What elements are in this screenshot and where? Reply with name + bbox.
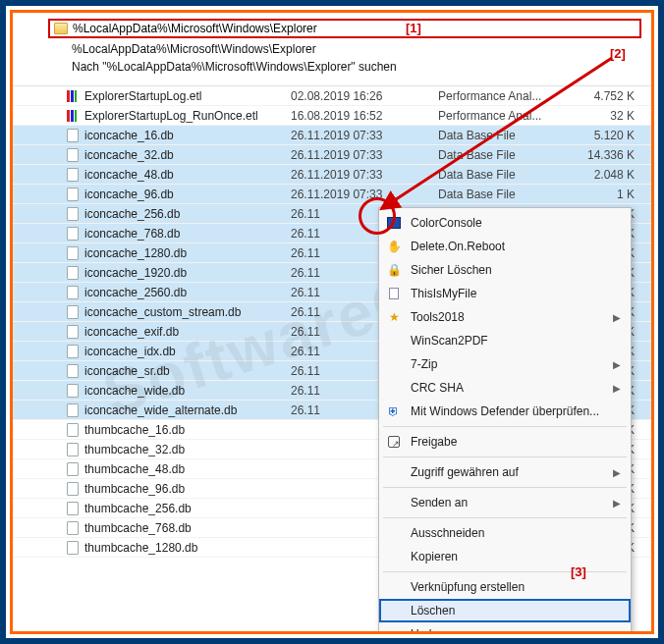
hand-icon: ✋ — [385, 239, 403, 254]
file-name: thumbcache_96.db — [84, 482, 291, 496]
file-name: iconcache_256.db — [84, 207, 291, 221]
lock-icon: 🔒 — [385, 262, 403, 278]
context-item[interactable]: Verknüpfung erstellen — [379, 575, 631, 599]
context-label: WinScan2PDF — [411, 334, 621, 348]
db-icon — [66, 521, 80, 535]
context-item[interactable]: Umbenennen — [379, 622, 631, 634]
context-label: Ausschneiden — [411, 526, 621, 540]
context-item[interactable]: Zugriff gewähren auf▶ — [379, 460, 631, 484]
context-label: CRC SHA — [411, 381, 613, 395]
context-label: Zugriff gewähren auf — [411, 465, 613, 479]
context-item[interactable]: ✋Delete.On.Reboot — [379, 235, 631, 258]
context-item[interactable]: Ausschneiden — [379, 521, 631, 545]
context-item[interactable]: Löschen — [379, 599, 631, 622]
db-icon — [66, 286, 80, 299]
db-icon — [66, 384, 80, 398]
file-name: iconcache_custom_stream.db — [84, 305, 291, 319]
context-item[interactable]: CRC SHA▶ — [379, 376, 631, 400]
address-path[interactable]: %LocalAppData%\Microsoft\Windows\Explore… — [73, 22, 636, 35]
blank-icon — [385, 495, 403, 510]
context-separator — [383, 426, 627, 427]
db-icon — [66, 345, 80, 358]
db-icon — [66, 207, 80, 221]
file-name: iconcache_32.db — [84, 148, 291, 162]
arrow-indicator — [366, 52, 622, 219]
folder-icon — [54, 23, 68, 34]
context-label: Mit Windows Defender überprüfen... — [411, 404, 621, 418]
share-icon: ↗ — [385, 434, 403, 450]
file-name: iconcache_idx.db — [84, 345, 291, 358]
context-label: Tools2018 — [411, 310, 613, 324]
file-name: iconcache_768.db — [84, 227, 291, 241]
file-name: iconcache_wide_alternate.db — [84, 403, 291, 417]
context-label: ThisIsMyFile — [411, 287, 621, 300]
db-icon — [66, 541, 80, 555]
db-icon — [66, 462, 80, 476]
context-label: Sicher Löschen — [411, 263, 621, 277]
context-item[interactable]: Kopieren — [379, 545, 631, 568]
context-separator — [383, 571, 627, 572]
file-name: thumbcache_768.db — [84, 521, 291, 535]
submenu-arrow-icon: ▶ — [613, 498, 621, 509]
db-icon — [66, 325, 80, 339]
shield-icon: ⛨ — [385, 403, 403, 419]
file-name: iconcache_1280.db — [84, 246, 291, 260]
db-icon — [66, 502, 80, 515]
inner-frame: %LocalAppData%\Microsoft\Windows\Explore… — [10, 10, 654, 634]
context-item[interactable]: Senden an▶ — [379, 491, 631, 514]
context-separator — [383, 517, 627, 518]
context-item[interactable]: ↗Freigabe — [379, 430, 631, 454]
context-separator — [383, 456, 627, 457]
db-icon — [66, 246, 80, 260]
db-icon — [66, 227, 80, 241]
context-label: Löschen — [411, 604, 621, 617]
db-icon — [66, 305, 80, 319]
file-name: ExplorerStartupLog_RunOnce.etl — [84, 109, 291, 123]
etl-icon — [66, 89, 80, 103]
file-name: iconcache_sr.db — [84, 364, 291, 378]
db-icon — [66, 129, 80, 142]
blank-icon — [385, 525, 403, 541]
context-label: Kopieren — [411, 550, 621, 564]
context-item[interactable]: ⛨Mit Windows Defender überprüfen... — [379, 400, 631, 423]
context-item[interactable]: ThisIsMyFile — [379, 282, 631, 305]
file-name: iconcache_96.db — [84, 188, 291, 201]
submenu-arrow-icon: ▶ — [613, 312, 621, 323]
db-icon — [66, 266, 80, 280]
context-item[interactable]: 🔒Sicher Löschen — [379, 258, 631, 282]
blank-icon — [385, 579, 403, 595]
context-label: Umbenennen — [411, 627, 621, 634]
file-name: iconcache_48.db — [84, 168, 291, 182]
file-name: thumbcache_48.db — [84, 462, 291, 476]
annotation-2: [2] — [610, 46, 626, 61]
blank-icon — [385, 464, 403, 480]
annotation-1: [1] — [406, 21, 421, 35]
file-name: ExplorerStartupLog.etl — [84, 89, 291, 103]
outer-frame: %LocalAppData%\Microsoft\Windows\Explore… — [0, 0, 664, 644]
blank-icon — [385, 333, 403, 349]
db-icon — [66, 443, 80, 456]
file-name: thumbcache_16.db — [84, 423, 291, 437]
blank-icon — [385, 603, 403, 618]
file-name: iconcache_exif.db — [84, 325, 291, 339]
context-item[interactable]: ★Tools2018▶ — [379, 305, 631, 329]
context-item[interactable]: WinScan2PDF — [379, 329, 631, 352]
etl-icon — [66, 109, 80, 123]
annotation-3: [3] — [571, 564, 586, 579]
db-icon — [66, 364, 80, 378]
file-name: iconcache_2560.db — [84, 286, 291, 299]
blank-icon — [385, 356, 403, 372]
db-icon — [66, 148, 80, 162]
context-label: Verknüpfung erstellen — [411, 580, 621, 594]
submenu-arrow-icon: ▶ — [613, 467, 621, 478]
star-icon: ★ — [385, 309, 403, 325]
context-label: Freigabe — [411, 435, 621, 449]
file-name: thumbcache_32.db — [84, 443, 291, 456]
context-separator — [383, 487, 627, 488]
address-bar[interactable]: %LocalAppData%\Microsoft\Windows\Explore… — [48, 19, 641, 38]
context-item[interactable]: 7-Zip▶ — [379, 352, 631, 376]
blank-icon — [385, 380, 403, 396]
submenu-arrow-icon: ▶ — [613, 383, 621, 394]
db-icon — [66, 482, 80, 496]
blank-icon — [385, 549, 403, 564]
